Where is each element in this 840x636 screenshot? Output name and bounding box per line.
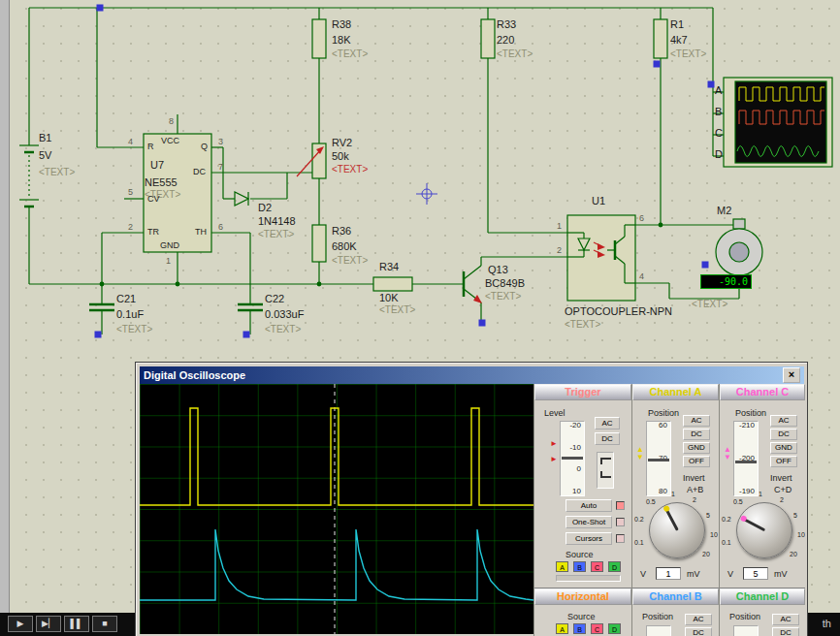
source-channel-b[interactable]: B	[573, 561, 586, 572]
r33-value[interactable]: 220	[497, 35, 514, 46]
knob-dial[interactable]	[649, 502, 705, 558]
c21-text[interactable]: <TEXT>	[116, 325, 152, 334]
r1-text[interactable]: <TEXT>	[670, 49, 706, 59]
u1-ref[interactable]: U1	[592, 196, 605, 207]
rising-edge-icon[interactable]	[600, 458, 611, 464]
c21-ref[interactable]: C21	[116, 294, 136, 304]
d2-text[interactable]: <TEXT>	[258, 230, 294, 239]
r33-text[interactable]: <TEXT>	[497, 49, 533, 59]
channel-d-position-slider[interactable]	[733, 625, 759, 636]
rv2-value[interactable]: 50k	[332, 151, 349, 162]
q13-value[interactable]: BC849B	[485, 278, 525, 289]
u1-value[interactable]: OPTOCOUPLER-NPN	[565, 306, 672, 317]
close-button[interactable]: ×	[783, 367, 800, 383]
u7-value[interactable]: NE555	[145, 177, 178, 188]
horizontal-channel-b[interactable]: B	[573, 623, 586, 634]
channel-a-off-button[interactable]: OFF	[683, 456, 710, 467]
horizontal-channel-c[interactable]: C	[591, 623, 603, 634]
selection-handle[interactable]	[654, 61, 661, 68]
r34-value[interactable]: 10K	[379, 293, 399, 303]
position-slider-thumb[interactable]	[648, 459, 669, 461]
c22-ref[interactable]: C22	[265, 294, 284, 304]
m2-text[interactable]: <TEXT>	[692, 300, 727, 309]
channel-c-gnd-button[interactable]: GND	[770, 442, 797, 454]
selection-handle[interactable]	[97, 5, 104, 12]
selection-handle[interactable]	[243, 332, 250, 338]
r34-ref[interactable]: R34	[379, 262, 399, 272]
r34-text[interactable]: <TEXT>	[379, 305, 415, 315]
rv2-ref[interactable]: RV2	[332, 138, 352, 148]
channel-d-dc-button[interactable]: DC	[772, 627, 799, 636]
source-channel-c[interactable]: C	[591, 561, 603, 572]
channel-c-gain-knob[interactable]: 0.1 0.2 0.5 1 2 5 10 20	[720, 489, 805, 576]
trigger-cursors-button[interactable]: Cursors	[565, 532, 612, 545]
r38-body[interactable]	[312, 19, 326, 58]
d2-ref[interactable]: D2	[258, 203, 272, 213]
channel-c-marker-down-icon[interactable]: ▼	[724, 454, 731, 461]
r36-ref[interactable]: R36	[332, 226, 351, 237]
channel-a-marker-up-icon[interactable]: ▲	[636, 446, 644, 453]
q13-text[interactable]: <TEXT>	[485, 292, 521, 302]
q13-ref[interactable]: Q13	[488, 265, 508, 275]
b1-value[interactable]: 5V	[39, 150, 51, 161]
channel-a-gnd-button[interactable]: GND	[683, 442, 710, 454]
channel-c-invert-label[interactable]: Invert	[770, 473, 792, 483]
channel-c-dc-button[interactable]: DC	[770, 429, 797, 440]
channel-a-position-slider[interactable]: 60 70 80	[646, 421, 671, 496]
trigger-level-marker2-icon[interactable]: ►	[550, 456, 558, 462]
r33-body[interactable]	[481, 19, 495, 58]
r1-body[interactable]	[654, 19, 667, 58]
trigger-auto-button[interactable]: Auto	[565, 499, 612, 512]
selection-handle[interactable]	[708, 81, 715, 88]
r36-body[interactable]	[312, 225, 326, 262]
b1-text[interactable]: <TEXT>	[39, 168, 75, 177]
r36-text[interactable]: <TEXT>	[332, 256, 368, 266]
trigger-level-slider[interactable]: -20 -10 0 10	[560, 421, 585, 496]
channel-c-marker-up-icon[interactable]: ▲	[724, 446, 731, 453]
r38-text[interactable]: <TEXT>	[332, 49, 368, 59]
trigger-dc-button[interactable]: DC	[595, 432, 620, 445]
trigger-level-marker-icon[interactable]: ►	[550, 440, 558, 447]
c22-value[interactable]: 0.033uF	[265, 309, 304, 320]
r1-value[interactable]: 4k7	[670, 35, 688, 46]
channel-b-dc-button[interactable]: DC	[685, 627, 712, 636]
channel-b-position-slider[interactable]	[646, 625, 671, 636]
trigger-edge-selector[interactable]	[597, 452, 614, 489]
b1-ref[interactable]: B1	[39, 133, 51, 143]
play-button[interactable]: ▶	[8, 616, 33, 632]
channel-a-dc-button[interactable]: DC	[683, 429, 710, 440]
channel-c-ac-button[interactable]: AC	[770, 415, 797, 427]
horizontal-channel-a[interactable]: A	[556, 623, 568, 634]
channel-a-ac-button[interactable]: AC	[683, 415, 710, 427]
falling-edge-icon[interactable]	[600, 471, 611, 478]
channel-c-off-button[interactable]: OFF	[770, 456, 797, 467]
c21-value[interactable]: 0.1uF	[116, 309, 144, 320]
r34-body[interactable]	[373, 277, 412, 291]
trigger-ac-button[interactable]: AC	[595, 417, 620, 429]
rv2-text[interactable]: <TEXT>	[332, 165, 368, 175]
selection-handle[interactable]	[702, 262, 709, 269]
horizontal-channel-d[interactable]: D	[608, 623, 621, 634]
trigger-oneshot-button[interactable]: One-Shot	[565, 516, 612, 528]
d2-value[interactable]: 1N4148	[258, 216, 296, 227]
knob-dial[interactable]	[736, 502, 792, 558]
m2-ref[interactable]: M2	[717, 206, 731, 216]
channel-c-position-slider[interactable]: -210 -200 -190	[733, 421, 759, 496]
channel-a-invert-label[interactable]: Invert	[683, 473, 705, 483]
selection-handle[interactable]	[479, 320, 486, 327]
trigger-source-selector[interactable]	[556, 575, 621, 582]
position-slider-thumb[interactable]	[735, 461, 757, 463]
step-button[interactable]: ▶▏	[36, 616, 61, 632]
u7-ref[interactable]: U7	[150, 160, 164, 171]
stop-button[interactable]: ■	[92, 616, 117, 632]
r1-ref[interactable]: R1	[670, 19, 684, 30]
r36-value[interactable]: 680K	[332, 241, 357, 252]
pause-button[interactable]: ▌▌	[64, 616, 89, 632]
r38-value[interactable]: 18K	[332, 35, 351, 46]
channel-a-gain-knob[interactable]: 0.1 0.2 0.5 1 2 5 10 20	[632, 489, 719, 576]
source-channel-d[interactable]: D	[608, 561, 621, 572]
channel-d-ac-button[interactable]: AC	[772, 614, 799, 625]
channel-a-marker-down-icon[interactable]: ▼	[636, 454, 644, 461]
channel-b-ac-button[interactable]: AC	[685, 614, 712, 625]
r38-ref[interactable]: R38	[332, 19, 351, 30]
